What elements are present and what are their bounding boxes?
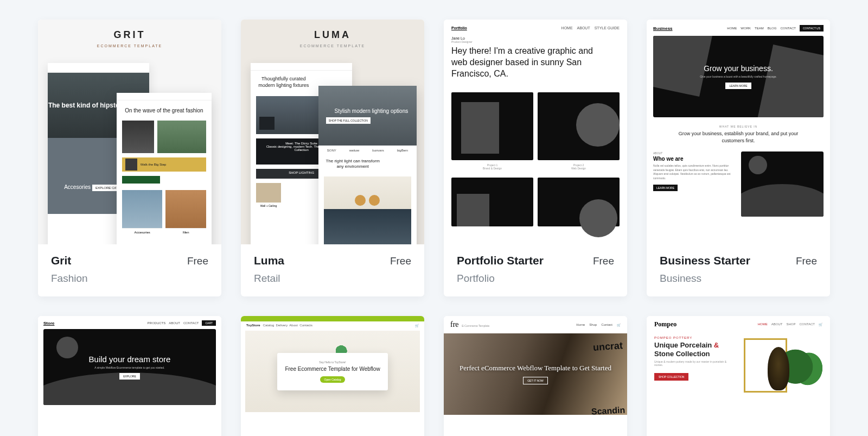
template-card-luma[interactable]: LUMA ECOMMERCE TEMPLATE Thoughtfully cur…	[241, 20, 424, 296]
thumb-brand: Business	[653, 26, 673, 31]
thumb-nav: HOMEABOUTSTYLE GUIDE	[561, 26, 620, 30]
template-price: Free	[390, 255, 411, 267]
template-name: Grit	[51, 254, 71, 267]
template-name: Portfolio Starter	[457, 254, 544, 267]
template-card-fre[interactable]: fre E-Commerce Template HomeShop Contact…	[444, 316, 627, 436]
template-price: Free	[796, 255, 817, 267]
template-thumbnail: Portfolio HOMEABOUTSTYLE GUIDE Jane Lo P…	[444, 20, 627, 244]
thumb-title: GRIT	[38, 29, 221, 41]
template-info: Grit Free Fashion	[38, 244, 221, 296]
template-price: Free	[593, 255, 614, 267]
template-category: Fashion	[51, 273, 208, 285]
thumb-title: LUMA	[241, 29, 424, 41]
template-card-business-starter[interactable]: Business HOMEWORK TEAMBLOG CONTACT CONTA…	[647, 20, 830, 296]
template-thumbnail: LUMA ECOMMERCE TEMPLATE Thoughtfully cur…	[241, 20, 424, 244]
template-card-store[interactable]: Store PRODUCTSABOUT CONTACT CART Build y…	[38, 316, 221, 436]
thumb-subtitle: ECOMMERCE TEMPLATE	[241, 44, 424, 48]
template-price: Free	[187, 255, 208, 267]
thumb-wave-text: On the wave of the great fashion	[117, 100, 212, 121]
template-card-toystore[interactable]: ToyStore Catalog Delivery About Contacts…	[241, 316, 424, 436]
thumb-headline: Hey there! I'm a creative graphic and we…	[451, 46, 598, 79]
template-card-pompeo[interactable]: Pompeo HOME ABOUT SHOP CONTACT 🛒 POMPEO …	[647, 316, 830, 436]
thumb-brand: Portfolio	[451, 26, 467, 30]
thumb-subtitle: ECOMMERCE TEMPLATE	[38, 44, 221, 48]
thumb-nav: HOMEWORK TEAMBLOG CONTACT CONTACT US	[727, 25, 824, 31]
template-name: Luma	[254, 254, 284, 267]
template-category: Business	[660, 273, 817, 285]
template-category: Portfolio	[457, 273, 614, 285]
template-info: Business Starter Free Business	[647, 244, 830, 296]
template-category: Retail	[254, 273, 411, 285]
template-name: Business Starter	[660, 254, 750, 267]
template-info: Portfolio Starter Free Portfolio	[444, 244, 627, 296]
template-info: Luma Free Retail	[241, 244, 424, 296]
template-thumbnail: Business HOMEWORK TEAMBLOG CONTACT CONTA…	[647, 20, 830, 244]
template-card-grit[interactable]: GRIT ECOMMERCE TEMPLATE The best kind of…	[38, 20, 221, 296]
template-card-portfolio-starter[interactable]: Portfolio HOMEABOUTSTYLE GUIDE Jane Lo P…	[444, 20, 627, 296]
template-grid: GRIT ECOMMERCE TEMPLATE The best kind of…	[0, 0, 868, 436]
template-thumbnail: GRIT ECOMMERCE TEMPLATE The best kind of…	[38, 20, 221, 244]
